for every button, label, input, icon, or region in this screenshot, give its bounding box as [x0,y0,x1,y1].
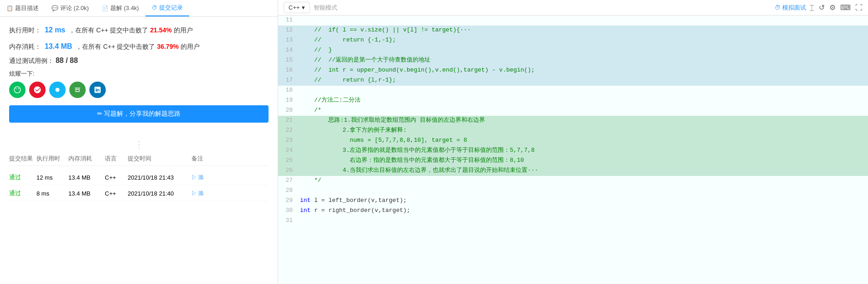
douban-share-button[interactable] [69,82,86,98]
mem-label: 内存消耗： [9,43,41,50]
tab-description[interactable]: 📋 题目描述 [0,0,45,16]
submissions-table: 提交结果 执行用时 内存消耗 语言 提交时间 备注 通过 12 ms 13.4 … [0,155,278,201]
time-1: 12 ms [36,174,68,181]
test-cases-label: 通过测试用例： [9,57,54,64]
mem-2: 13.4 MB [68,190,105,197]
tab-solutions[interactable]: 📄 题解 (3.4k) [95,0,145,16]
submissions-icon: ⏱ [152,5,157,11]
main-container: 📋 题目描述 💬 评论 (2.0k) 📄 题解 (3.4k) ⏱ 提交记录 执行… [0,0,868,284]
weibo-icon [33,86,41,94]
code-line-18: 18 [278,86,868,96]
test-cases-value: 88 / 88 [56,57,78,64]
tab-submissions[interactable]: ⏱ 提交记录 [145,0,189,16]
description-icon: 📋 [6,5,13,11]
submittime-1: 2021/10/18 21:43 [128,174,191,181]
mem-percent: 36.79% [157,43,178,50]
code-line-29: 29 int l = left_border(v,target); [278,196,868,206]
code-line-23: 23 nums = [5,7,7,8,8,10], target = 8 [278,136,868,146]
code-line-11: 11 [278,15,868,26]
wechat-icon [13,86,21,94]
code-line-22: 22 2.拿下方的例子来解释: [278,126,868,136]
code-line-20: 20 /* [278,106,868,116]
comments-icon: 💬 [52,5,58,11]
solutions-icon: 📄 [102,5,108,11]
clock-icon: ⏱ [775,4,780,11]
code-line-14: 14 // } [278,46,868,56]
svg-point-0 [56,88,60,92]
code-line-31: 31 [278,216,868,226]
tabs-bar: 📋 题目描述 💬 评论 (2.0k) 📄 题解 (3.4k) ⏱ 提交记录 [0,0,278,17]
code-line-24: 24 3.左边界指的就是数组当中的元素值都小于等于目标值的范围：5,7,7,8 [278,146,868,156]
mem-suffix1: ，在所有 C++ 提交中击败了 [76,43,155,50]
mem-value: 13.4 MB [45,42,72,50]
result-2[interactable]: 通过 [9,189,36,197]
lang-1: C++ [105,174,128,181]
exec-time-label: 执行用时： [9,26,41,34]
note-2[interactable]: ▷ 添 [191,190,269,197]
code-line-21: 21 思路:1.我们求取给定数组范围内 目标值的左边界和右边界 [278,116,868,126]
exec-time-suffix2: 的用户 [174,26,193,34]
sim-test-button[interactable]: ⏱ 模拟面试 [775,4,806,12]
header-time: 执行用时 [36,155,68,163]
code-line-30: 30 int r = right_border(v,target); [278,206,868,216]
code-line-15: 15 // //返回的是第一个大于待查数值的地址 [278,56,868,66]
header-submittime: 提交时间 [128,155,191,163]
social-icons-group [9,82,269,98]
chevron-down-icon: ▾ [302,4,305,11]
sim-test-label: 模拟面试 [782,4,806,12]
write-solution-button[interactable]: ✏ 写题解，分享我的解题思路 [9,105,269,123]
table-row: 通过 8 ms 13.4 MB C++ 2021/10/18 21:40 ▷ 添 [9,186,269,201]
toolbar-icons: ⌶ ↺ ⚙ ⌨ ⛶ [810,3,863,12]
smart-mode-toggle[interactable]: 智能模式 [314,4,337,12]
code-editor[interactable]: 11 12 // if( l == v.size() || v[l] != ta… [278,15,868,284]
mem-suffix2: 的用户 [181,43,200,50]
editor-toolbar: C++ ▾ 智能模式 ⏱ 模拟面试 ⌶ ↺ ⚙ ⌨ ⛶ [278,0,868,15]
header-note: 备注 [191,155,269,163]
divider-dots: ⋮ [0,139,278,150]
time-2: 8 ms [36,190,68,197]
left-panel: 📋 题目描述 💬 评论 (2.0k) 📄 题解 (3.4k) ⏱ 提交记录 执行… [0,0,278,284]
mem-1: 13.4 MB [68,174,105,181]
lang-2: C++ [105,190,128,197]
exec-time-suffix1: ，在所有 C++ 提交中击败了 [69,26,148,34]
weibo-share-button[interactable] [29,82,46,98]
exec-time-percent: 21.54% [150,26,171,34]
code-line-27: 27 */ [278,176,868,186]
right-panel: C++ ▾ 智能模式 ⏱ 模拟面试 ⌶ ↺ ⚙ ⌨ ⛶ 11 [278,0,868,284]
settings-icon[interactable]: ⚙ [829,3,836,12]
smart-mode-label: 智能模式 [314,4,337,12]
test-cases-row: 通过测试用例： 88 / 88 [9,57,269,65]
language-selector[interactable]: C++ ▾ [284,2,310,13]
keyboard-icon[interactable]: ⌨ [840,3,851,12]
linkedin-share-button[interactable] [89,82,106,98]
code-line-28: 28 [278,186,868,196]
code-line-17: 17 // return {l,r-1}; [278,76,868,86]
submittime-2: 2021/10/18 21:40 [128,190,191,197]
table-row: 通过 12 ms 13.4 MB C++ 2021/10/18 21:43 ▷ … [9,170,269,186]
header-mem: 内存消耗 [68,155,105,163]
restore-icon[interactable]: ↺ [819,3,825,12]
code-line-26: 26 4.当我们求出目标值的左右边界，也就求出了题目说的开始和结束位置··· [278,166,868,176]
note-1[interactable]: ▷ 添 [191,174,269,181]
tab-comments[interactable]: 💬 评论 (2.0k) [45,0,95,16]
lang-label: C++ [289,4,300,11]
qq-icon [53,86,62,94]
format-icon[interactable]: ⌶ [810,4,814,12]
header-lang: 语言 [105,155,128,163]
share-label: 炫耀一下: [9,70,269,78]
stats-section: 执行用时： 12 ms ，在所有 C++ 提交中击败了 21.54% 的用户 内… [0,17,278,139]
header-result: 提交结果 [9,155,36,163]
code-line-19: 19 //方法二:二分法 [278,96,868,106]
exec-time-row: 执行用时： 12 ms ，在所有 C++ 提交中击败了 21.54% 的用户 [9,24,269,36]
expand-icon[interactable]: ⛶ [855,4,863,12]
mem-row: 内存消耗： 13.4 MB ，在所有 C++ 提交中击败了 36.79% 的用户 [9,41,269,52]
linkedin-icon [93,86,102,94]
exec-time-value: 12 ms [45,26,65,34]
wechat-share-button[interactable] [9,82,26,98]
qq-share-button[interactable] [49,82,66,98]
code-line-25: 25 右边界：指的是数组当中的元素值都大于等于目标值的范围：8,10 [278,156,868,166]
table-header: 提交结果 执行用时 内存消耗 语言 提交时间 备注 [9,155,269,166]
douban-icon [73,86,82,94]
code-line-13: 13 // return {-1,-1}; [278,36,868,46]
result-1[interactable]: 通过 [9,173,36,181]
